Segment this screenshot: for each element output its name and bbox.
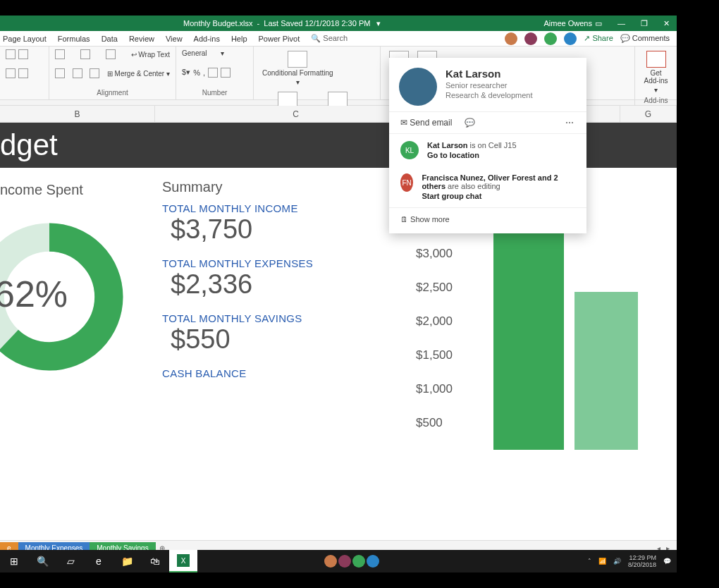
income-value: $3,750 <box>162 214 416 245</box>
donut-chart: 62% <box>0 219 141 360</box>
collab-avatar-2[interactable] <box>524 32 537 45</box>
decrease-decimal-icon[interactable] <box>221 68 231 78</box>
align-right-icon[interactable] <box>90 68 99 78</box>
align-bottom-icon[interactable] <box>106 49 116 59</box>
savings-value: $550 <box>162 324 416 355</box>
comma-icon[interactable]: , <box>203 68 205 77</box>
close-icon[interactable]: ✕ <box>663 19 670 28</box>
align-middle-icon[interactable] <box>80 49 90 59</box>
savings-label: TOTAL MONTHLY SAVINGS <box>162 312 416 324</box>
tray-up-icon[interactable]: ˄ <box>588 558 591 565</box>
align-left-icon[interactable] <box>55 68 65 78</box>
collab-avatar-4[interactable] <box>564 32 577 45</box>
comments-button[interactable]: 💬 Comments <box>620 34 670 43</box>
send-email-label: Send email <box>410 118 452 128</box>
number-format-dropdown[interactable]: General ▾ <box>182 49 247 57</box>
share-label: Share <box>592 34 613 42</box>
income-label: TOTAL MONTHLY INCOME <box>162 202 416 214</box>
excel-taskbar-icon[interactable]: X <box>169 550 197 572</box>
contact-name: Kat Larson <box>445 68 533 80</box>
align-top-icon[interactable] <box>55 49 65 59</box>
ytick-1000: $1,000 <box>416 382 453 396</box>
send-email-button[interactable]: ✉ Send email <box>400 118 452 128</box>
bar-expenses <box>574 292 638 450</box>
clock-date[interactable]: 8/20/2018 <box>628 561 656 568</box>
clock-time[interactable]: 12:29 PM <box>628 554 656 561</box>
collab-avatar-3[interactable] <box>544 32 557 45</box>
menu-page-layout[interactable]: Page Layout <box>3 35 47 43</box>
collab-avatar-1[interactable] <box>505 32 517 45</box>
currency-icon[interactable]: $▾ <box>182 68 190 77</box>
presence-line-1: Kat Larson is on Cell J15 Go to location <box>427 141 517 159</box>
search-label: Search <box>323 34 348 42</box>
conditional-formatting-button[interactable]: Conditional Formatting▾ <box>259 49 336 87</box>
menu-power-pivot[interactable]: Power Pivot <box>259 35 300 43</box>
show-more-link[interactable]: 🗓 Show more <box>389 207 586 233</box>
taskbar-presence-avatars <box>324 555 379 568</box>
menu-view[interactable]: View <box>166 35 183 43</box>
tb-avatar-2[interactable] <box>338 555 351 568</box>
share-button[interactable]: ↗ Share <box>584 34 613 43</box>
font-decrease-icon[interactable] <box>18 49 28 59</box>
ytick-3000: $3,000 <box>416 247 453 261</box>
edge-icon[interactable]: e <box>85 550 113 572</box>
col-b-header[interactable]: B <box>0 106 155 122</box>
wifi-icon[interactable]: 📶 <box>598 558 606 565</box>
percent-value: 62% <box>0 273 68 315</box>
chat-icon[interactable]: 💬 <box>465 118 475 128</box>
ytick-500: $500 <box>416 416 443 430</box>
menu-data[interactable]: Data <box>102 35 118 43</box>
tb-avatar-1[interactable] <box>324 555 337 568</box>
presence-popover: Kat Larson Senior researcher Research & … <box>389 58 586 233</box>
bar-income <box>493 196 564 450</box>
window-title: Monthly Budget.xlsx - Last Saved 12/1/20… <box>183 19 381 28</box>
menu-help[interactable]: Help <box>231 35 247 43</box>
search-taskbar-icon[interactable]: 🔍 <box>28 550 56 572</box>
tb-avatar-3[interactable] <box>352 555 365 568</box>
volume-icon[interactable]: 🔊 <box>613 558 621 565</box>
summary-header: Summary <box>162 179 416 195</box>
ribbon-display-icon[interactable]: ▭ <box>595 19 602 28</box>
get-addins-button[interactable]: Get Add-ins▾ <box>641 49 671 95</box>
minimize-icon[interactable]: — <box>617 19 625 28</box>
current-user[interactable]: Aimee Owens <box>544 19 592 27</box>
merge-center-button[interactable]: ⊞ Merge & Center ▾ <box>107 70 170 78</box>
search-box[interactable]: 🔍 Search <box>311 34 348 43</box>
task-view-icon[interactable]: ▱ <box>56 550 85 572</box>
windows-taskbar: ⊞ 🔍 ▱ e 📁 🛍 X ˄ 📶 🔊 12:29 PM 8/20/2018 💬 <box>0 550 677 572</box>
go-to-location-link[interactable]: Go to location <box>427 151 517 159</box>
menu-addins[interactable]: Add-ins <box>194 35 220 43</box>
align-center-icon[interactable] <box>73 68 82 78</box>
dropdown-icon[interactable]: ▾ <box>376 19 381 27</box>
font-color-icon[interactable] <box>6 68 16 78</box>
ytick-1500: $1,500 <box>416 348 453 362</box>
ytick-2500: $2,500 <box>416 281 453 295</box>
font-increase-icon[interactable] <box>6 49 16 59</box>
wrap-text-button[interactable]: ↩ Wrap Text <box>131 51 170 59</box>
increase-decimal-icon[interactable] <box>208 68 218 78</box>
contact-avatar <box>399 68 437 106</box>
percent-icon[interactable]: % <box>193 68 200 77</box>
addins-group-label: Add-ins <box>641 97 671 104</box>
expenses-value: $2,336 <box>162 269 416 300</box>
last-saved: Last Saved 12/1/2018 2:30 PM <box>264 19 370 27</box>
menu-formulas[interactable]: Formulas <box>58 35 90 43</box>
action-center-icon[interactable]: 💬 <box>663 558 671 565</box>
start-group-chat-link[interactable]: Start group chat <box>422 192 575 200</box>
filename: Monthly Budget.xlsx <box>183 19 252 27</box>
presence-line-2: Francisca Nunez, Oliver Forest and 2 oth… <box>422 173 575 200</box>
menu-review[interactable]: Review <box>129 35 154 43</box>
maximize-icon[interactable]: ❐ <box>641 19 648 28</box>
contact-dept: Research & development <box>445 91 533 99</box>
store-icon[interactable]: 🛍 <box>141 550 169 572</box>
more-actions-icon[interactable]: ⋯ <box>565 118 575 128</box>
fill-color-icon[interactable] <box>18 68 28 78</box>
ytick-2000: $2,000 <box>416 314 453 329</box>
tb-avatar-4[interactable] <box>367 555 379 568</box>
screen: Monthly Budget.xlsx - Last Saved 12/1/20… <box>0 16 677 572</box>
file-explorer-icon[interactable]: 📁 <box>113 550 141 572</box>
contact-role: Senior researcher <box>445 81 533 90</box>
start-button[interactable]: ⊞ <box>0 550 28 572</box>
col-g-header[interactable]: G <box>620 106 677 122</box>
presence-avatar-fn: FN <box>400 173 413 192</box>
